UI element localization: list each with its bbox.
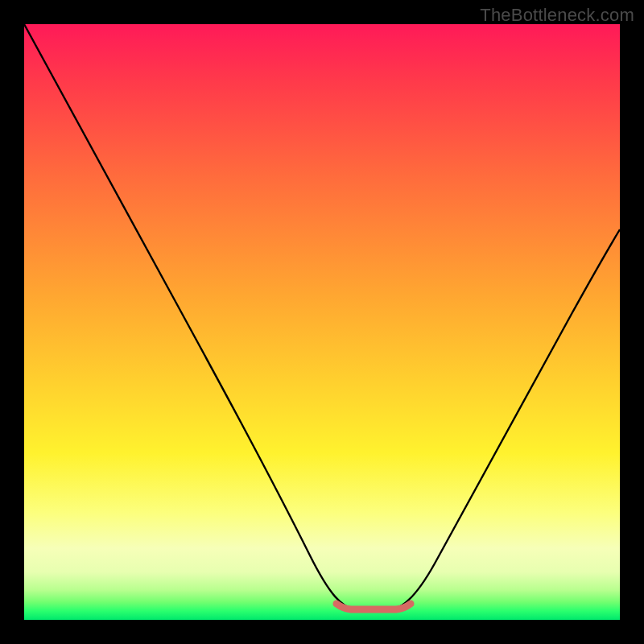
bottleneck-curve-path (24, 24, 620, 609)
chart-frame: TheBottleneck.com (0, 0, 644, 644)
watermark-text: TheBottleneck.com (480, 5, 634, 26)
curve-svg (24, 24, 620, 620)
plot-area (24, 24, 620, 620)
flat-minimum-path (336, 604, 411, 609)
